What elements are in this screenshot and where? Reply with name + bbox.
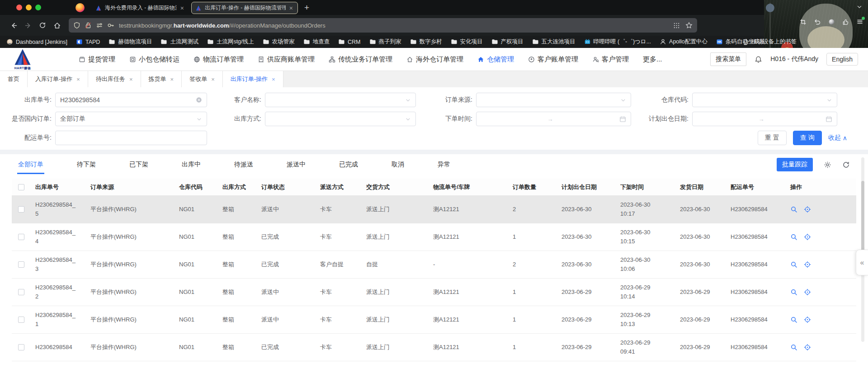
bookmark-item[interactable]: Apollo配置中心 xyxy=(660,38,708,46)
bookmark-item[interactable]: CRM xyxy=(338,38,360,45)
row-checkbox[interactable] xyxy=(18,317,24,323)
target-icon[interactable] xyxy=(804,206,811,213)
row-checkbox[interactable] xyxy=(18,206,24,213)
drawer-handle[interactable]: « xyxy=(856,250,868,275)
search-icon[interactable] xyxy=(790,344,797,351)
insecure-lock-icon[interactable] xyxy=(85,22,92,29)
table-row[interactable]: H2306298584_1平台操作(WHRG)NG01整箱派送中卡车派送上门测A… xyxy=(12,306,856,334)
bell-icon[interactable] xyxy=(755,56,762,63)
tab-close-icon[interactable]: × xyxy=(179,5,185,12)
collapse-link[interactable]: 收起∧ xyxy=(828,134,847,142)
page-tab[interactable]: 首页 xyxy=(0,71,28,87)
bookmark-star-icon[interactable] xyxy=(685,22,693,29)
undo-arrow-icon[interactable] xyxy=(814,18,821,25)
nav-item-客户账单管理[interactable]: 客户账单管理 xyxy=(528,55,578,64)
reset-button[interactable]: 重 置 xyxy=(758,131,787,145)
row-checkbox[interactable] xyxy=(18,344,24,350)
bookmark-item[interactable]: TAPD xyxy=(76,38,100,45)
new-tab-button[interactable]: + xyxy=(304,3,309,13)
status-tab-出库中[interactable]: 出库中 xyxy=(182,161,201,169)
bookmark-item[interactable]: 燕子到家 xyxy=(369,38,401,46)
table-row[interactable]: H2306298584_3平台操作(WHRG)NG01整箱已完成客户自提自提-2… xyxy=(12,251,856,279)
nav-item-供应商账单管理[interactable]: 供应商账单管理 xyxy=(258,55,315,64)
status-tab-全部订单[interactable]: 全部订单 xyxy=(18,161,43,169)
target-icon[interactable] xyxy=(804,316,811,323)
window-zoom-button[interactable] xyxy=(35,5,41,10)
status-tab-异常[interactable]: 异常 xyxy=(438,161,450,169)
bookmark-item[interactable]: Dashboard [Jenkins] xyxy=(6,38,67,45)
batch-track-button[interactable]: 批量跟踪 xyxy=(777,158,813,171)
nav-item-仓储管理[interactable]: 仓储管理 xyxy=(477,55,514,64)
row-checkbox[interactable] xyxy=(18,261,24,268)
permissions-icon[interactable] xyxy=(96,22,103,29)
status-tab-取消[interactable]: 取消 xyxy=(392,161,404,169)
page-tab[interactable]: 拣货单× xyxy=(141,71,182,87)
bookmark-item[interactable]: 产权项目 xyxy=(491,38,524,46)
browser-tab[interactable]: 海外仓费用录入 - 赫德国际物流管...× xyxy=(92,2,189,14)
nav-item-更多...[interactable]: 更多... xyxy=(643,55,662,64)
browser-tab[interactable]: 出库订单-操作 - 赫德国际物流管理...× xyxy=(191,2,298,14)
target-icon[interactable] xyxy=(804,261,811,268)
select-input[interactable]: 全部订单 xyxy=(55,112,207,126)
clear-circle-icon[interactable] xyxy=(196,97,202,103)
bookmark-item[interactable]: 地查查 xyxy=(303,38,330,46)
select-input[interactable] xyxy=(476,93,631,107)
user-account[interactable]: H016 - 代伟Andy xyxy=(770,55,818,63)
tab-list-chevron-icon[interactable] xyxy=(856,4,863,10)
page-tab-close-icon[interactable]: × xyxy=(170,76,174,83)
search-menu-button[interactable]: 搜索菜单 xyxy=(710,52,746,66)
status-tab-已下架[interactable]: 已下架 xyxy=(129,161,148,169)
bookmark-item[interactable]: 五大连池项目 xyxy=(532,38,576,46)
nav-item-提货管理[interactable]: 提货管理 xyxy=(79,55,115,64)
bookmark-item[interactable]: 哔哩哔哩 (゜-゜)つロ... xyxy=(584,38,651,46)
mobile-bookmarks[interactable]: 移动设备上的书签 xyxy=(742,36,797,48)
refresh-icon[interactable] xyxy=(842,161,850,169)
page-tab-close-icon[interactable]: × xyxy=(129,76,133,83)
app-menu-button[interactable] xyxy=(856,18,863,25)
daterange-input[interactable]: → xyxy=(476,112,631,126)
target-icon[interactable] xyxy=(804,288,811,296)
table-row[interactable]: H2306298584_4平台操作(WHRG)NG01整箱已完成卡车派送上门测A… xyxy=(12,223,856,251)
page-tab[interactable]: 待出库任务× xyxy=(88,71,141,87)
status-tab-待下架[interactable]: 待下架 xyxy=(77,161,96,169)
search-icon[interactable] xyxy=(790,316,797,323)
status-tab-已完成[interactable]: 已完成 xyxy=(339,161,358,169)
search-icon[interactable] xyxy=(790,288,797,296)
bookmark-item[interactable]: 土流网stg/线上 xyxy=(207,38,254,46)
tab-close-icon[interactable]: × xyxy=(288,5,294,12)
page-tab-close-icon[interactable]: × xyxy=(272,76,275,83)
search-icon[interactable] xyxy=(790,261,797,268)
bookmark-item[interactable]: 土流网测试 xyxy=(160,38,198,46)
back-button[interactable] xyxy=(6,18,21,33)
bookmark-item[interactable]: 数字乡村 xyxy=(410,38,442,46)
nav-item-物流订单管理[interactable]: 物流订单管理 xyxy=(193,55,244,64)
extension-sphere-icon[interactable] xyxy=(828,19,835,25)
text-input[interactable]: H2306298584 xyxy=(55,93,207,107)
text-input[interactable] xyxy=(55,131,207,145)
language-button[interactable]: English xyxy=(826,53,858,66)
page-tab-close-icon[interactable]: × xyxy=(211,76,215,83)
url-bar[interactable]: testtrunkbookingmgr.hart-worldwide.com/#… xyxy=(69,18,697,33)
nav-item-海外仓订单管理[interactable]: 海外仓订单管理 xyxy=(406,55,463,64)
page-tab-close-icon[interactable]: × xyxy=(76,76,80,83)
shield-icon[interactable] xyxy=(73,22,80,29)
search-icon[interactable] xyxy=(790,206,797,213)
key-icon[interactable] xyxy=(107,22,114,29)
reload-button[interactable] xyxy=(35,18,50,33)
daterange-input[interactable]: → xyxy=(692,112,837,126)
grid-icon[interactable] xyxy=(673,22,680,29)
bookmark-item[interactable]: 赫德物流项目 xyxy=(108,38,152,46)
query-button[interactable]: 查 询 xyxy=(793,131,822,145)
row-checkbox[interactable] xyxy=(18,289,24,295)
nav-item-小包仓储转运[interactable]: 小包仓储转运 xyxy=(129,55,179,64)
target-icon[interactable] xyxy=(804,233,811,241)
screenshot-icon[interactable] xyxy=(800,19,807,25)
scrollbar-thumb[interactable] xyxy=(861,181,864,258)
page-tab[interactable]: 出库订单-操作× xyxy=(223,71,283,87)
gear-icon[interactable] xyxy=(824,161,831,169)
bookmark-item[interactable]: 农场管家 xyxy=(263,38,295,46)
row-checkbox[interactable] xyxy=(18,234,24,240)
window-close-button[interactable] xyxy=(16,5,22,10)
window-minimize-button[interactable] xyxy=(26,5,32,10)
select-all-checkbox[interactable] xyxy=(18,184,24,190)
